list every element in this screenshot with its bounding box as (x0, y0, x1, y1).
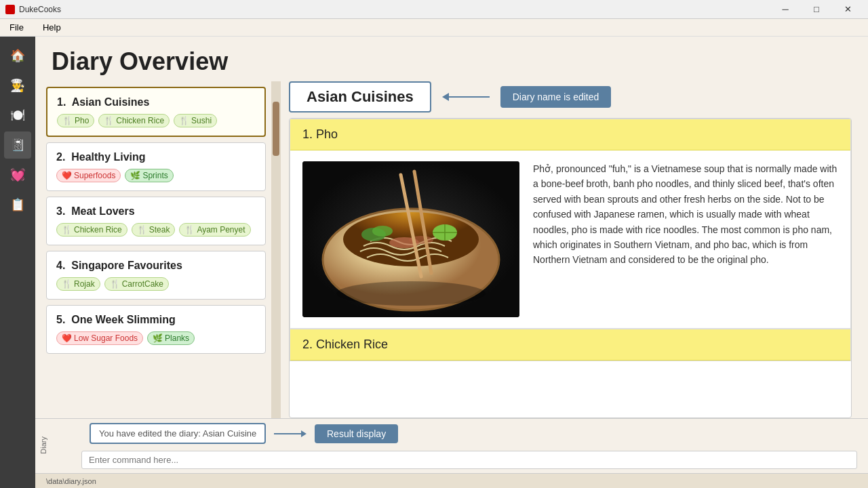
tag-carrotcake: 🍴 CarrotCake (104, 277, 169, 291)
svg-point-5 (372, 226, 393, 237)
diary-item-5-title: 5. One Week Slimming (56, 314, 256, 326)
list-scrollbar[interactable] (271, 81, 281, 418)
scrollbar-thumb[interactable] (273, 102, 279, 156)
detail-panel: Asian Cuisines Diary name is edited 1. P… (281, 81, 852, 418)
bottom-arrow-shaft (274, 433, 301, 434)
page-title: Diary Overview (52, 47, 852, 76)
app-name: DukeCooks (19, 5, 61, 14)
tag-planks: 🌿 Planks (147, 331, 195, 345)
command-input[interactable] (81, 451, 857, 469)
menu-file[interactable]: File (5, 21, 28, 34)
close-button[interactable]: ✕ (833, 0, 863, 19)
diary-item-4-title: 4. Singapore Favourites (56, 260, 256, 272)
chef-icon[interactable]: 👨‍🍳 (4, 72, 31, 99)
diary-item-3-title: 3. Meat Lovers (56, 205, 256, 218)
diary-item-3[interactable]: 3. Meat Lovers 🍴 Chicken Rice 🍴 Steak 🍴 … (46, 197, 266, 245)
icon-rail: 🏠 👨‍🍳 🍽️ 📓 💓 📋 (0, 37, 35, 488)
diary-list: 1. Asian Cuisines 🍴 Pho 🍴 Chicken Rice 🍴… (41, 81, 271, 418)
recipe-header-chicken-rice: 2. Chicken Rice (290, 329, 850, 361)
tag-ayam: 🍴 Ayam Penyet (179, 223, 250, 237)
diary-item-2[interactable]: 2. Healthy Living ❤️ Superfoods 🌿 Sprint… (46, 142, 266, 191)
diary-label: Diary (39, 436, 47, 454)
notes-icon[interactable]: 📋 (4, 191, 31, 218)
pho-description: Phở, pronounced "fuh," is a Vietnamese s… (533, 161, 838, 317)
recipe-header-pho: 1. Pho (290, 119, 850, 150)
maximize-button[interactable]: □ (802, 0, 831, 19)
minimize-button[interactable]: ─ (770, 0, 800, 19)
tag-sushi: 🍴 Sushi (174, 114, 217, 127)
diary-item-1-title: 1. Asian Cuisines (57, 96, 255, 108)
bottom-arrow (274, 430, 307, 437)
diary-item-4-tags: 🍴 Rojak 🍴 CarrotCake (56, 277, 256, 291)
recipe-section-pho: 1. Pho (290, 119, 851, 329)
tag-low-sugar: ❤️ Low Sugar Foods (56, 331, 143, 345)
status-path: \data\diary.json (46, 477, 96, 485)
diary-icon[interactable]: 📓 (4, 131, 31, 159)
tag-steak: 🍴 Steak (132, 223, 176, 237)
menu-help[interactable]: Help (39, 21, 65, 34)
diary-name-tooltip: Diary name is edited (500, 86, 612, 108)
diary-item-1-tags: 🍴 Pho 🍴 Chicken Rice 🍴 Sushi (57, 114, 255, 127)
tag-sprints: 🌿 Sprints (125, 169, 173, 182)
diary-name-display[interactable]: Asian Cuisines (289, 81, 431, 113)
diary-item-1[interactable]: 1. Asian Cuisines 🍴 Pho 🍴 Chicken Rice 🍴… (46, 87, 266, 137)
tag-chicken-rice: 🍴 Chicken Rice (98, 114, 170, 127)
home-icon[interactable]: 🏠 (4, 42, 31, 69)
bottom-bar: Result display (35, 418, 868, 448)
diary-item-2-tags: ❤️ Superfoods 🌿 Sprints (56, 169, 256, 182)
diary-name-row: Asian Cuisines Diary name is edited (289, 81, 852, 113)
tag-rojak: 🍴 Rojak (56, 277, 100, 291)
command-input-row (35, 448, 868, 473)
diary-item-3-tags: 🍴 Chicken Rice 🍴 Steak 🍴 Ayam Penyet (56, 223, 256, 237)
recipe-icon[interactable]: 🍽️ (4, 102, 31, 129)
tag-meat-chicken: 🍴 Chicken Rice (56, 223, 127, 237)
result-display-button[interactable]: Result display (315, 424, 398, 443)
health-icon[interactable]: 💓 (4, 161, 31, 188)
menubar: File Help (0, 19, 868, 37)
diary-item-5[interactable]: 5. One Week Slimming ❤️ Low Sugar Foods … (46, 305, 266, 354)
app-icon (5, 5, 15, 14)
tag-pho: 🍴 Pho (57, 114, 94, 127)
recipes-container: 1. Pho (289, 118, 852, 418)
diary-item-5-tags: ❤️ Low Sugar Foods 🌿 Planks (56, 331, 256, 345)
svg-point-11 (336, 281, 486, 306)
tag-superfoods: ❤️ Superfoods (56, 169, 121, 182)
titlebar: DukeCooks ─ □ ✕ (0, 0, 868, 19)
result-input[interactable] (90, 423, 266, 444)
arrow-shaft (449, 96, 490, 98)
diary-item-2-title: 2. Healthy Living (56, 151, 256, 163)
arrow-head-left (442, 93, 449, 101)
annotation-arrow (442, 93, 490, 101)
status-bar: \data\diary.json (35, 473, 868, 488)
diary-item-4[interactable]: 4. Singapore Favourites 🍴 Rojak 🍴 Carrot… (46, 251, 266, 300)
recipe-section-chicken-rice: 2. Chicken Rice (290, 329, 851, 361)
recipe-body-pho: Phở, pronounced "fuh," is a Vietnamese s… (290, 150, 850, 328)
pho-image (302, 161, 519, 317)
bottom-arrow-head (301, 430, 307, 437)
